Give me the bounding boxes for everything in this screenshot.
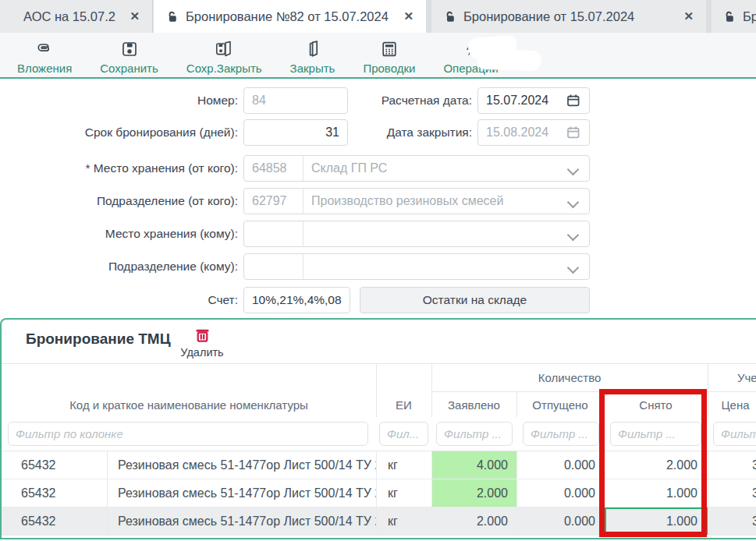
tab-label: Бронирование от 15.07.2024 [463,9,634,24]
close-button[interactable]: Закрыть [290,38,335,75]
column-header-unit[interactable]: ЕИ [376,398,431,412]
paperclip-icon [35,38,54,60]
column-header-declared[interactable]: Заявлено [431,398,516,412]
filter-unit-input[interactable] [379,422,428,446]
cell-released[interactable]: 0.000 [516,451,604,479]
close-date-label: Дата закрытия: [234,126,472,140]
app-window: АОС на 15.07.2024 ✕ Бронирование №82 от … [0,0,756,541]
cell-price[interactable]: 3 [708,451,756,479]
panel-title: Бронирование ТМЦ [26,331,171,348]
storage-from-name: Склад ГП РС [303,156,589,181]
column-header-item[interactable]: Код и краткое наименование номенклатуры [2,398,376,412]
group-header-quantity: Количество [431,371,708,384]
department-from-name: Производство резиновых смесей [303,189,589,214]
storage-to-label: Место хранения (кому): [0,227,238,241]
storage-from-label: * Место хранения (от кого): [0,161,238,175]
storage-to-combo[interactable] [243,221,590,247]
cell-declared[interactable]: 2.000 [431,479,516,507]
table-body: 65432 Резиновая смесь 51-1477ор Лист 500… [2,451,756,536]
tab-booking-82[interactable]: Бронирование №82 от 15.07.2024 ✕ [154,0,426,33]
cell-name: Резиновая смесь 51-1477ор Лист 500/14 ТУ… [107,451,376,479]
door-icon [303,38,322,60]
unlock-icon [722,10,735,23]
department-from-label: Подразделение (от кого): [0,194,238,208]
attachments-button[interactable]: Вложения [17,38,72,75]
storage-from-combo[interactable]: 64858 Склад ГП РС [243,155,590,182]
toolbar-button-label: Сохранить [100,62,158,75]
account-field[interactable] [243,287,350,313]
cell-name: Резиновая смесь 51-1477ор Лист 500/14 ТУ… [107,507,376,535]
column-header-price[interactable]: Цена [708,398,756,412]
filter-declared-input[interactable] [436,422,513,446]
storage-to-name [303,221,589,246]
calc-date-field[interactable]: 15.07.2024 [477,87,590,114]
cell-declared[interactable]: 2.000 [431,507,516,535]
column-header-removed[interactable]: Снято [604,398,708,412]
number-label: Номер: [0,94,238,108]
filter-item-input[interactable] [8,422,368,446]
booking-items-panel: Бронирование ТМЦ Удалить Количество Уче … [0,318,756,539]
tab-label: Брониро [743,9,756,24]
cell-code: 65432 [2,451,107,479]
calendar-icon[interactable] [566,93,581,108]
toolbar-button-label: Закрыть [290,62,335,75]
postings-button[interactable]: Проводки [363,38,415,75]
tab-booking[interactable]: Бронирование от 15.07.2024 ✕ [431,0,706,33]
cell-price[interactable]: 3 [708,479,756,507]
unlock-icon [165,10,178,23]
cell-released[interactable]: 0.000 [516,479,604,507]
close-date-value: 15.08.2024 [486,126,548,140]
cell-removed[interactable]: 1.000 [604,507,708,535]
table-row[interactable]: 65432 Резиновая смесь 51-1477ор Лист 500… [2,451,756,479]
cell-name: Резиновая смесь 51-1477ор Лист 500/14 ТУ… [107,479,376,507]
department-from-combo[interactable]: 62797 Производство резиновых смесей [243,188,590,214]
calc-date-value: 15.07.2024 [486,94,548,108]
filter-removed-input[interactable] [610,422,701,446]
stock-remains-button[interactable]: Остатки на складе [360,287,590,313]
cell-code: 65432 [2,507,107,535]
cell-unit: кг [376,507,431,535]
department-to-code [244,254,303,279]
cell-code: 65432 [2,479,107,507]
tab-bar: АОС на 15.07.2024 ✕ Бронирование №82 от … [0,0,756,33]
calendar-icon[interactable] [566,125,581,140]
cell-declared[interactable]: 4.000 [431,451,516,479]
trash-icon [193,326,212,345]
account-label: Счет: [0,293,238,307]
toolbar-button-label: Проводки [363,62,415,75]
cell-removed[interactable]: 1.000 [604,479,708,507]
close-icon[interactable]: ✕ [677,9,694,23]
delete-row-button[interactable]: Удалить [175,326,229,359]
cell-removed[interactable]: 2.000 [604,451,708,479]
save-close-button[interactable]: Сохр.Закрыть [186,38,262,75]
cell-price[interactable]: 3 [708,507,756,535]
tab-aoc[interactable]: АОС на 15.07.2024 ✕ [0,0,153,33]
filter-price-input[interactable] [713,422,756,446]
filter-released-input[interactable] [523,422,599,446]
close-icon[interactable]: ✕ [123,9,140,23]
toolbar: Вложения Сохранить Сохр.Закрыть Закрыть … [0,33,756,79]
toolbar-button-label: Сохр.Закрыть [186,62,262,75]
storage-from-code: 64858 [244,156,303,181]
redaction-blob [477,49,542,72]
department-to-name [303,254,589,279]
calculator-icon [380,38,399,60]
cell-unit: кг [376,451,431,479]
cell-released[interactable]: 0.000 [516,507,604,535]
save-close-icon [215,38,233,60]
toolbar-button-label: Вложения [17,62,72,75]
department-from-code: 62797 [244,189,303,214]
tab-label: Бронирование №82 от 15.07.2024 [186,9,389,24]
save-button[interactable]: Сохранить [100,38,158,75]
table-row[interactable]: 65432 Резиновая смесь 51-1477ор Лист 500… [2,479,756,507]
column-header-released[interactable]: Отпущено [516,398,604,412]
tab-booking-truncated[interactable]: Брониро [712,0,756,33]
department-to-combo[interactable] [243,253,590,280]
close-date-field[interactable]: 15.08.2024 [477,119,590,146]
calc-date-label: Расчетная дата: [234,94,472,108]
table-row[interactable]: 65432 Резиновая смесь 51-1477ор Лист 500… [2,507,756,536]
term-label: Срок бронирования (дней): [0,126,238,140]
close-icon[interactable]: ✕ [397,9,413,23]
unlock-icon [443,10,456,23]
tab-label: АОС на 15.07.2024 [23,9,115,24]
